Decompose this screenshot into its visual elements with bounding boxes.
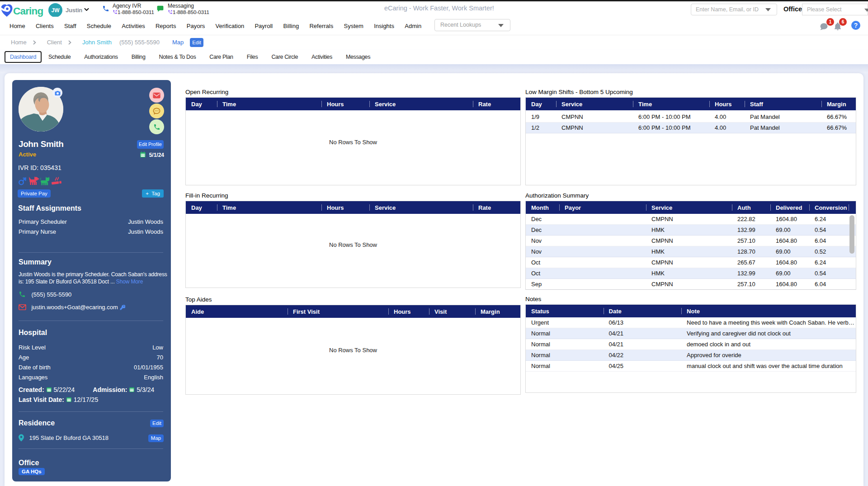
svg-text:Caring: Caring — [13, 5, 43, 17]
